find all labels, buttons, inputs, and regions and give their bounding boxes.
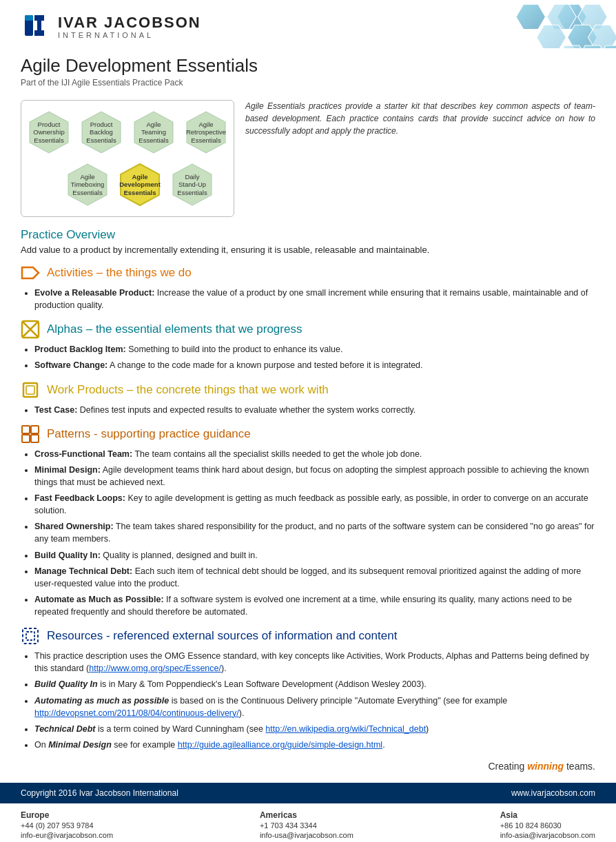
footer-phone-americas: +1 703 434 3344	[260, 821, 353, 830]
hex-product-ownership: ProductOwnershipEssentials	[25, 109, 72, 156]
practice-map: ProductOwnershipEssentials ProductBacklo…	[21, 100, 234, 217]
hex-row-1: ProductOwnershipEssentials ProductBacklo…	[25, 109, 229, 156]
link-devopsnet[interactable]: http://devopsnet.com/2011/08/04/continuo…	[34, 708, 239, 718]
svg-rect-29	[31, 426, 39, 433]
svg-rect-11	[25, 15, 33, 21]
winning-teams: Creating winning teams.	[0, 757, 616, 774]
patterns-list: Cross-Functional Team: The team contains…	[34, 448, 595, 619]
workproducts-section-header: Work Products – the concrete things that…	[21, 380, 595, 400]
hex-label-agile-teaming: AgileTeamingEssentials	[137, 119, 170, 145]
alphas-section-header: Alphas – the essential elements that we …	[21, 320, 595, 339]
footer-region-europe: Europe	[21, 810, 113, 820]
activities-list: Evolve a Releasable Product: Increase th…	[34, 287, 595, 311]
svg-rect-27	[26, 386, 34, 394]
svg-marker-9	[516, 4, 546, 29]
footer-phone-asia: +86 10 824 86030	[500, 821, 595, 830]
resources-icon	[21, 626, 40, 646]
hex-agile-teaming: AgileTeamingEssentials	[130, 109, 177, 156]
footer-region-asia: Asia	[500, 810, 595, 820]
list-item: Fast Feedback Loops: Key to agile develo…	[34, 492, 595, 517]
alphas-list: Product Backlog Item: Something to build…	[34, 343, 595, 371]
footer-copyright: Copyright 2016 Ivar Jacobson Internation…	[21, 788, 178, 798]
hex-agile-development: AgileDevelopmentEssentials	[116, 161, 163, 208]
hex-label-agile-development: AgileDevelopmentEssentials	[118, 172, 162, 198]
list-item: Test Case: Defines test inputs and expec…	[34, 404, 595, 416]
practice-overview-title-section: Practice Overview Add value to a product…	[0, 228, 616, 255]
workproducts-icon	[21, 380, 40, 400]
footer-email-americas: info-usa@ivarjacobson.com	[260, 831, 353, 839]
footer-email-europe: info-eur@ivarjacobson.com	[21, 831, 113, 839]
footer-contact-asia: Asia +86 10 824 86030 info-asia@ivarjaco…	[500, 810, 595, 839]
workproducts-title: Work Products – the concrete things that…	[47, 383, 329, 397]
svg-rect-28	[22, 426, 30, 433]
svg-rect-33	[26, 632, 34, 640]
svg-rect-26	[23, 383, 37, 397]
link-minimal-design[interactable]: http://guide.agilealliance.org/guide/sim…	[178, 740, 382, 750]
workproducts-list: Test Case: Defines test inputs and expec…	[34, 404, 595, 416]
list-item: Automating as much as possible is based …	[34, 695, 595, 719]
footer-phone-europe: +44 (0) 207 953 9784	[21, 821, 113, 830]
hex-label-agile-timeboxing: AgileTimeboxingEssentials	[70, 172, 106, 198]
title-section: Agile Development Essentials Part of the…	[0, 48, 616, 93]
list-item: Manage Technical Debt: Each such item of…	[34, 565, 595, 590]
logo-icon	[21, 12, 50, 41]
list-item: This practice description uses the OMG E…	[34, 650, 595, 675]
list-item: Evolve a Releasable Product: Increase th…	[34, 287, 595, 311]
resources-section-header: Resources - referenced external sources …	[21, 626, 595, 646]
patterns-section-header: Patterns - supporting practice guidance	[21, 424, 595, 444]
page-title: Agile Development Essentials	[21, 55, 595, 76]
list-item: Software Change: A change to the code ma…	[34, 359, 595, 371]
winning-teams-text: Creating winning teams.	[488, 761, 595, 772]
winning-highlight: winning	[527, 761, 564, 772]
practice-overview-title: Practice Overview	[21, 228, 595, 242]
activities-title: Activities – the things we do	[47, 266, 192, 280]
list-item: Build Quality In is in Mary & Tom Poppen…	[34, 678, 595, 690]
hex-agile-timeboxing: AgileTimeboxingEssentials	[64, 161, 111, 208]
svg-rect-30	[22, 435, 30, 442]
list-item: Shared Ownership: The team takes shared …	[34, 520, 595, 545]
link-omg[interactable]: http://www.omg.org/spec/Essence/	[89, 664, 221, 673]
footer-contact: Europe +44 (0) 207 953 9784 info-eur@iva…	[0, 803, 616, 842]
page-subtitle: Part of the IJI Agile Essentials Practic…	[21, 78, 595, 88]
footer-contact-europe: Europe +44 (0) 207 953 9784 info-eur@iva…	[21, 810, 113, 839]
list-item: Minimal Design: Agile development teams …	[34, 464, 595, 489]
svg-rect-32	[23, 628, 38, 644]
list-item: Build Quality In: Quality is planned, de…	[34, 549, 595, 562]
footer-bar: Copyright 2016 Ivar Jacobson Internation…	[0, 783, 616, 803]
hex-label-product-ownership: ProductOwnershipEssentials	[32, 119, 65, 145]
practice-description: Agile Essentials practices provide a sta…	[245, 100, 595, 217]
activities-icon	[21, 263, 40, 283]
patterns-icon	[21, 424, 40, 444]
alphas-icon	[21, 320, 40, 339]
footer-contact-americas: Americas +1 703 434 3344 info-usa@ivarja…	[260, 810, 353, 839]
activities-section-header: Activities – the things we do	[21, 263, 595, 283]
link-technical-debt[interactable]: http://en.wikipedia.org/wiki/Technical_d…	[265, 724, 426, 734]
svg-rect-14	[37, 15, 41, 36]
footer-website: www.ivarjacobson.com	[511, 788, 595, 798]
logo-international: INTERNATIONAL	[58, 31, 201, 39]
hex-row-2: AgileTimeboxingEssentials AgileDevelopme…	[64, 161, 216, 208]
svg-rect-31	[31, 435, 39, 442]
hex-label-daily-standup: DailyStand-UpEssentials	[176, 172, 208, 198]
hex-daily-standup: DailyStand-UpEssentials	[169, 161, 216, 208]
resources-list: This practice description uses the OMG E…	[34, 650, 595, 751]
practice-overview-box: ProductOwnershipEssentials ProductBacklo…	[21, 100, 595, 217]
deco-hexagons	[396, 0, 616, 48]
alphas-title: Alphas – the essential elements that we …	[47, 322, 302, 336]
svg-marker-22	[22, 267, 39, 278]
logo-text: IVAR JACOBSON INTERNATIONAL	[58, 14, 201, 39]
header: IVAR JACOBSON INTERNATIONAL	[0, 0, 616, 48]
footer-region-americas: Americas	[260, 810, 353, 820]
logo-company-name: IVAR JACOBSON	[58, 14, 201, 31]
hex-label-product-backlog: ProductBacklogEssentials	[85, 119, 117, 145]
list-item: Cross-Functional Team: The team contains…	[34, 448, 595, 460]
list-item: On Minimal Design see for example http:/…	[34, 739, 595, 751]
resources-title: Resources - referenced external sources …	[47, 629, 397, 643]
hex-product-backlog: ProductBacklogEssentials	[78, 109, 125, 156]
practice-overview-desc: Add value to a product by incrementally …	[21, 245, 595, 255]
list-item: Technical Debt is a term coined by Ward …	[34, 723, 595, 735]
hex-label-agile-retrospective: AgileRetrospectiveEssentials	[185, 119, 227, 145]
patterns-title: Patterns - supporting practice guidance	[47, 427, 251, 441]
list-item: Automate as Much as Possible: If a softw…	[34, 593, 595, 618]
footer-email-asia: info-asia@ivarjacobson.com	[500, 831, 595, 839]
